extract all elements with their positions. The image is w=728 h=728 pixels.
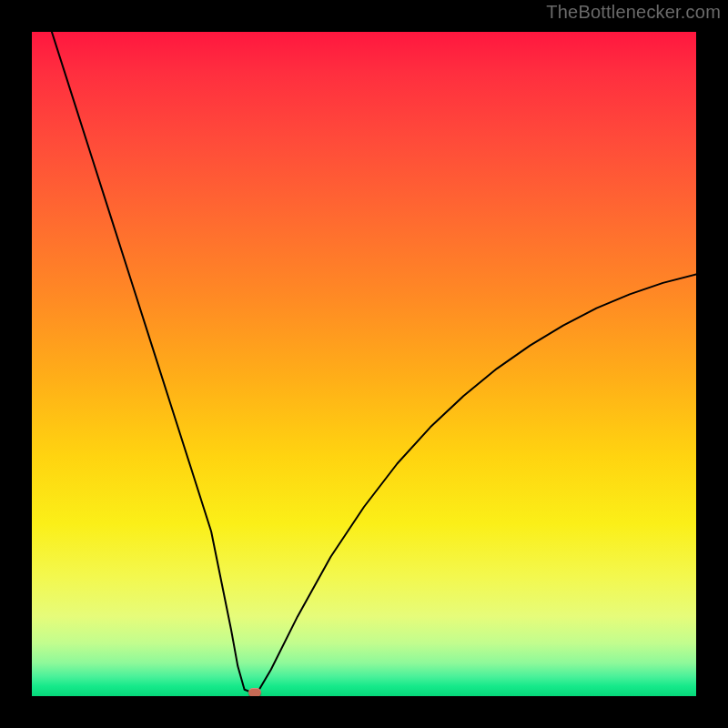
optimal-point-marker <box>248 688 261 696</box>
chart-frame: TheBottlenecker.com <box>0 0 728 728</box>
bottleneck-curve <box>32 32 696 696</box>
plot-area <box>32 32 696 696</box>
watermark-text: TheBottlenecker.com <box>546 2 721 23</box>
